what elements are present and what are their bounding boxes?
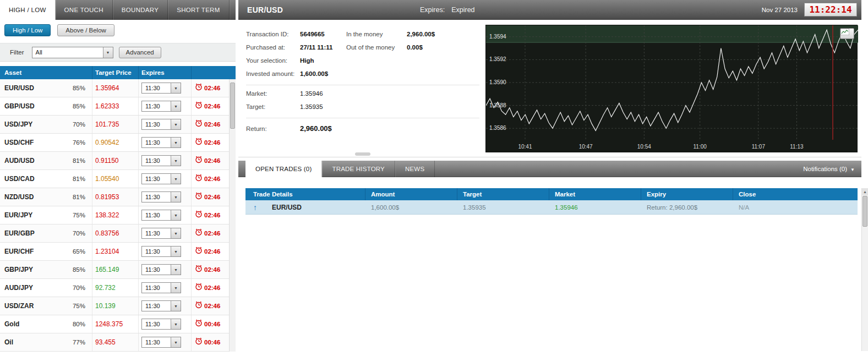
open-trade-row[interactable]: ↑ EUR/USD 1,600.00$ 1.35935 1.35946 Retu… <box>245 200 858 215</box>
asset-target-price: 0.90542 <box>95 139 119 146</box>
countdown-clock-icon <box>195 210 203 220</box>
asset-row[interactable]: USD/CHF 76% 0.90542 11:30 ▼ <box>0 134 229 152</box>
above-below-mode-button[interactable]: Above / Below <box>57 24 114 36</box>
invested-label: Invested amount: <box>246 70 294 77</box>
chart-x-tick: 11:00 <box>689 144 711 150</box>
asset-row[interactable]: AUD/JPY 70% 92.732 11:30 ▼ <box>0 279 229 297</box>
asset-row[interactable]: EUR/USD 85% 1.35964 11:30 ▼ <box>0 79 229 97</box>
asset-table-scrollbar[interactable] <box>229 79 236 352</box>
caret-down-icon: ▼ <box>850 167 855 172</box>
bottom-panel-scrollbar[interactable]: ▲ <box>861 188 868 351</box>
filter-select[interactable]: All ▼ <box>32 47 113 58</box>
expires-select[interactable]: 11:30 ▼ <box>141 228 181 239</box>
dropdown-arrow-icon[interactable]: ▼ <box>171 101 181 111</box>
high-low-mode-button[interactable]: High / Low <box>4 24 51 36</box>
asset-row[interactable]: Oil 77% 93.455 11:30 ▼ <box>0 333 229 352</box>
selection-value: High <box>300 57 314 64</box>
asset-target-price: 1248.375 <box>95 320 123 328</box>
transaction-id-label: Transaction ID: <box>246 31 289 37</box>
countdown-clock-icon <box>195 319 203 329</box>
expires-select-value: 11:30 <box>142 284 171 291</box>
dropdown-arrow-icon[interactable]: ▼ <box>171 174 181 184</box>
expires-select[interactable]: 11:30 ▼ <box>141 191 181 202</box>
expires-select[interactable]: 11:30 ▼ <box>141 300 181 311</box>
dropdown-arrow-icon[interactable]: ▼ <box>171 228 181 238</box>
tab-one-touch[interactable]: ONE TOUCH <box>56 0 113 20</box>
close-column-header: Close <box>733 188 858 200</box>
tab-trade-history[interactable]: TRADE HISTORY <box>322 161 395 177</box>
asset-row[interactable]: EUR/CHF 65% 1.23104 11:30 ▼ <box>0 243 229 261</box>
dropdown-arrow-icon[interactable]: ▼ <box>171 301 181 311</box>
asset-payout: 85% <box>73 266 92 273</box>
dropdown-arrow-icon[interactable]: ▼ <box>171 265 181 275</box>
dropdown-arrow-icon[interactable]: ▼ <box>103 47 113 58</box>
asset-name: USD/ZAR <box>0 302 73 310</box>
countdown-time: 02:46 <box>204 303 220 309</box>
expires-select[interactable]: 11:30 ▼ <box>141 246 181 257</box>
asset-row[interactable]: USD/ZAR 75% 10.139 11:30 ▼ <box>0 297 229 315</box>
expires-select[interactable]: 11:30 ▼ <box>141 155 181 166</box>
tab-short-term[interactable]: SHORT TERM <box>168 0 229 20</box>
bottom-tabs: OPEN TRADES (0) TRADE HISTORY NEWS Notif… <box>238 161 861 177</box>
tab-news[interactable]: NEWS <box>395 161 435 177</box>
asset-row[interactable]: NZD/USD 81% 0.81953 11:30 ▼ <box>0 188 229 206</box>
out-of-money-value: 0.00$ <box>407 44 423 51</box>
asset-row[interactable]: GBP/USD 85% 1.62333 11:30 ▼ <box>0 97 229 116</box>
asset-row[interactable]: USD/CAD 81% 1.05540 11:30 ▼ <box>0 170 229 188</box>
asset-row[interactable]: Gold 80% 1248.375 11:30 ▼ <box>0 315 229 333</box>
mode-buttons: High / Low Above / Below <box>4 24 114 36</box>
tab-boundary[interactable]: BOUNDARY <box>113 0 168 20</box>
dropdown-arrow-icon[interactable]: ▼ <box>171 156 181 166</box>
panel-collapse-grip[interactable] <box>355 152 370 156</box>
expires-select[interactable]: 11:30 ▼ <box>141 137 181 148</box>
dropdown-arrow-icon[interactable]: ▼ <box>171 192 181 202</box>
scrollbar-thumb[interactable] <box>230 83 235 129</box>
tab-open-trades[interactable]: OPEN TRADES (0) <box>245 161 322 177</box>
notifications-dropdown[interactable]: Notifications (0)▼ <box>796 161 861 177</box>
advanced-button[interactable]: Advanced <box>119 47 161 58</box>
asset-target-price: 0.83756 <box>95 229 119 237</box>
asset-row[interactable]: GBP/JPY 85% 165.149 11:30 ▼ <box>0 261 229 279</box>
asset-row[interactable]: EUR/JPY 75% 138.322 11:30 ▼ <box>0 206 229 224</box>
asset-row[interactable]: EUR/GBP 70% 0.83756 11:30 ▼ <box>0 224 229 243</box>
asset-payout: 76% <box>73 139 92 146</box>
expires-select[interactable]: 11:30 ▼ <box>141 101 181 112</box>
target-column-header: Target <box>457 188 549 200</box>
expires-select[interactable]: 11:30 ▼ <box>141 264 181 275</box>
expires-select[interactable]: 11:30 ▼ <box>141 83 181 94</box>
asset-target-price: 0.91150 <box>95 157 119 165</box>
dropdown-arrow-icon[interactable]: ▼ <box>171 83 181 93</box>
dropdown-arrow-icon[interactable]: ▼ <box>171 138 181 147</box>
expires-select[interactable]: 11:30 ▼ <box>141 337 181 348</box>
countdown-time: 02:46 <box>204 85 220 91</box>
expires-select[interactable]: 11:30 ▼ <box>141 319 181 330</box>
asset-payout: 85% <box>73 103 92 109</box>
market-column-header: Market <box>549 188 641 200</box>
filter-select-value: All <box>32 49 103 56</box>
asset-row[interactable]: USD/JPY 70% 101.735 11:30 ▼ <box>0 116 229 134</box>
asset-target-price: 92.732 <box>95 284 116 292</box>
countdown-time: 00:46 <box>204 321 220 327</box>
expires-select[interactable]: 11:30 ▼ <box>141 210 181 221</box>
dropdown-arrow-icon[interactable]: ▼ <box>171 337 181 347</box>
asset-row[interactable]: AUD/USD 81% 0.91150 11:30 ▼ <box>0 152 229 170</box>
countdown-clock-icon <box>195 283 203 293</box>
dropdown-arrow-icon[interactable]: ▼ <box>171 283 181 293</box>
scrollbar-thumb[interactable] <box>862 196 867 227</box>
asset-payout: 80% <box>73 321 92 327</box>
dropdown-arrow-icon[interactable]: ▼ <box>171 319 181 329</box>
current-date: Nov 27 2013 <box>762 0 798 20</box>
chart-type-button[interactable] <box>840 28 854 39</box>
expires-select[interactable]: 11:30 ▼ <box>141 119 181 130</box>
purchased-at-value: 27/11 11:11 <box>300 44 332 51</box>
expires-select-value: 11:30 <box>142 266 171 273</box>
dropdown-arrow-icon[interactable]: ▼ <box>171 247 181 256</box>
asset-target-price: 1.05540 <box>95 175 119 183</box>
expires-select-value: 11:30 <box>142 103 171 109</box>
tab-high-low[interactable]: HIGH / LOW <box>0 0 56 20</box>
dropdown-arrow-icon[interactable]: ▼ <box>171 210 181 220</box>
scroll-up-icon[interactable]: ▲ <box>862 188 868 195</box>
dropdown-arrow-icon[interactable]: ▼ <box>171 119 181 129</box>
expires-select[interactable]: 11:30 ▼ <box>141 173 181 184</box>
expires-select[interactable]: 11:30 ▼ <box>141 282 181 293</box>
